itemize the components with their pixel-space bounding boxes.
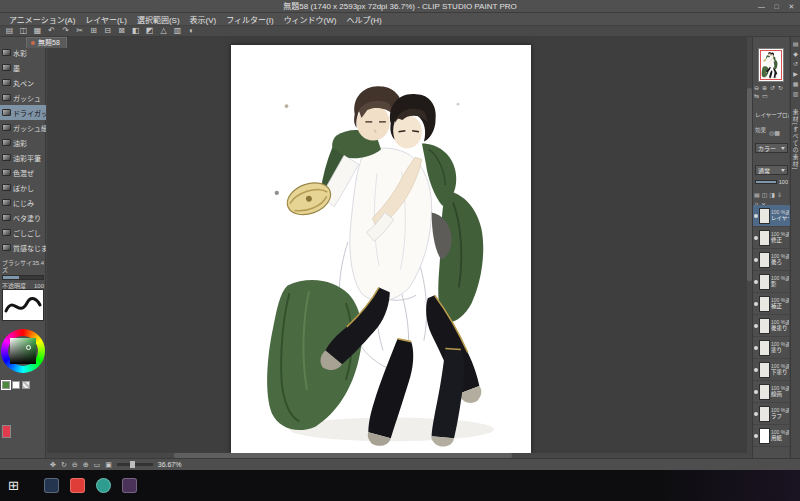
title-bar[interactable]: 無題58 (1740 x 2593px 72dpi 36.7%) - CLIP …	[0, 0, 800, 13]
red-app-icon[interactable]	[70, 478, 85, 493]
paste-icon[interactable]: ⊟	[102, 26, 113, 36]
visibility-eye-icon[interactable]	[754, 434, 758, 438]
subtool-item[interactable]: ぼかし	[0, 180, 46, 195]
color-history-swatch[interactable]	[2, 425, 11, 438]
visibility-eye-icon[interactable]	[754, 324, 758, 328]
subtool-item[interactable]: ごしごし	[0, 225, 46, 240]
pan-icon[interactable]: ✥	[50, 460, 56, 470]
start-button[interactable]: ⊞	[8, 470, 19, 501]
nav-flip-icon[interactable]: ⇆	[754, 93, 759, 100]
subtool-item[interactable]: 油彩平筆	[0, 150, 46, 165]
settings-icon[interactable]: ◐	[186, 26, 197, 36]
material-palette-tab[interactable]: 素材[すべての素材]	[791, 109, 800, 170]
canvas-page[interactable]	[231, 45, 531, 453]
subtool-item[interactable]: 油彩	[0, 135, 46, 150]
visibility-eye-icon[interactable]	[754, 346, 758, 350]
layer-mask-icon[interactable]: ◨	[769, 191, 775, 199]
visibility-eye-icon[interactable]	[754, 258, 758, 262]
subtool-item[interactable]: 色混ぜ	[0, 165, 46, 180]
visibility-eye-icon[interactable]	[754, 214, 758, 218]
rotate-view-icon[interactable]: ↻	[61, 460, 67, 470]
subtool-item[interactable]: ベタ塗り	[0, 210, 46, 225]
layer-row[interactable]: 100 %通常 影	[753, 271, 790, 293]
navigator-thumbnail[interactable]	[759, 49, 783, 81]
material-icon[interactable]: ◆	[793, 51, 798, 58]
subtool-item[interactable]: ガッシュ	[0, 90, 46, 105]
layer-opacity-slider[interactable]	[755, 180, 777, 184]
layer-row[interactable]: 100 %通常 下塗り	[753, 359, 790, 381]
history-icon[interactable]: ↺	[793, 61, 798, 68]
menu-item[interactable]: ウィンドウ(W)	[279, 14, 342, 25]
zoom-slider-knob[interactable]	[130, 461, 135, 468]
menu-item[interactable]: ヘルプ(H)	[342, 14, 387, 25]
menu-item[interactable]: 表示(V)	[185, 14, 222, 25]
zoom-slider[interactable]	[117, 463, 153, 466]
grid-icon[interactable]: ▥	[172, 26, 183, 36]
subtool-item[interactable]: 墨	[0, 60, 46, 75]
mono-pattern-icon[interactable]: ▥	[793, 91, 799, 98]
menu-item[interactable]: レイヤー(L)	[80, 14, 132, 25]
undo-icon[interactable]: ↶	[46, 26, 57, 36]
new-layer-icon[interactable]: ▤	[754, 191, 760, 199]
zoom-out-icon[interactable]: ⊖	[72, 460, 78, 470]
visibility-eye-icon[interactable]	[754, 390, 758, 394]
subtool-item[interactable]: にじみ	[0, 195, 46, 210]
delete-icon[interactable]: ⊠	[116, 26, 127, 36]
copy-icon[interactable]: ⊞	[88, 26, 99, 36]
snap-icon[interactable]: ◩	[144, 26, 155, 36]
auto-action-icon[interactable]: ▶	[793, 71, 798, 78]
layer-row[interactable]: 100 %通常 線画	[753, 381, 790, 403]
menu-item[interactable]: 選択範囲(S)	[132, 14, 185, 25]
color-pattern-icon[interactable]: ▦	[793, 81, 799, 88]
expression-color-dropdown[interactable]: カラー	[755, 143, 788, 153]
brush-size-slider[interactable]	[2, 275, 44, 280]
layer-row[interactable]: 100 %通常 補正	[753, 293, 790, 315]
maximize-button[interactable]: □	[770, 1, 783, 12]
quick-access-icon[interactable]: ▤	[793, 41, 799, 48]
layer-row[interactable]: 100 %通常 後塗り	[753, 315, 790, 337]
minimize-button[interactable]: —	[755, 1, 768, 12]
ruler-icon[interactable]: △	[158, 26, 169, 36]
visibility-eye-icon[interactable]	[754, 412, 758, 416]
subtool-item[interactable]: ドライガッシュ	[0, 105, 46, 120]
layer-row[interactable]: 100 %通常 塗り	[753, 337, 790, 359]
new-folder-icon[interactable]: ◫	[762, 191, 768, 199]
blend-mode-dropdown[interactable]: 通常	[755, 165, 788, 175]
color-saturation-square[interactable]	[10, 338, 36, 364]
nav-rotate-left-icon[interactable]: ↺	[770, 85, 775, 92]
save-icon[interactable]: ▦	[32, 26, 43, 36]
fit-screen-icon[interactable]: ▭	[94, 460, 101, 470]
menu-item[interactable]: フィルター(I)	[221, 14, 278, 25]
document-tab[interactable]: 無題58	[26, 37, 67, 48]
layer-row[interactable]: 100 %通常 修正	[753, 227, 790, 249]
nav-fit-icon[interactable]: ▭	[762, 93, 768, 100]
canvas-area[interactable]	[47, 37, 752, 458]
visibility-eye-icon[interactable]	[754, 280, 758, 284]
visibility-eye-icon[interactable]	[754, 302, 758, 306]
purple-app-icon[interactable]	[122, 478, 137, 493]
open-file-icon[interactable]: ◫	[18, 26, 29, 36]
close-button[interactable]: ✕	[785, 1, 798, 12]
sub-color-swatch[interactable]	[12, 381, 20, 389]
layer-row[interactable]: 100 %通常 ラフ	[753, 403, 790, 425]
new-file-icon[interactable]: ▤	[4, 26, 15, 36]
nav-rotate-right-icon[interactable]: ↻	[778, 85, 783, 92]
main-color-swatch[interactable]	[2, 381, 10, 389]
layer-row[interactable]: 100 %通常 後ろ	[753, 249, 790, 271]
visibility-eye-icon[interactable]	[754, 236, 758, 240]
menu-item[interactable]: アニメーション(A)	[4, 14, 80, 25]
visibility-eye-icon[interactable]	[754, 368, 758, 372]
layer-row[interactable]: 100 %通常 レイヤー36	[753, 205, 790, 227]
clip-studio-icon[interactable]	[96, 478, 111, 493]
fill-icon[interactable]: ◧	[130, 26, 141, 36]
cut-icon[interactable]: ✂	[74, 26, 85, 36]
transfer-down-icon[interactable]: ⇩	[777, 191, 782, 199]
tone-effect-icon[interactable]: ▩	[774, 130, 780, 136]
redo-icon[interactable]: ↷	[60, 26, 71, 36]
actual-size-icon[interactable]: ▣	[105, 460, 112, 470]
nav-zoom-out-icon[interactable]: ⊖	[754, 85, 759, 92]
subtool-item[interactable]: ガッシュ細筆	[0, 120, 46, 135]
task-view-icon[interactable]	[44, 478, 59, 493]
nav-zoom-in-icon[interactable]: ⊕	[762, 85, 767, 92]
subtool-item[interactable]: 丸ペン	[0, 75, 46, 90]
